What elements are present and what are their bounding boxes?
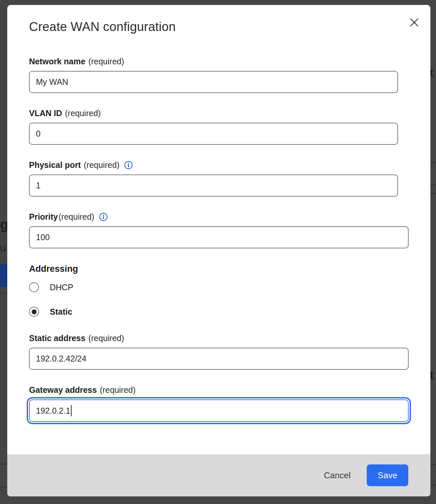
- gateway-address-input[interactable]: 192.0.2.1: [29, 399, 409, 422]
- label-text: Physical port: [29, 160, 81, 170]
- occluded-divider: [0, 464, 7, 464]
- occluded-divider: [430, 464, 436, 465]
- priority-input[interactable]: [29, 226, 409, 248]
- vlan-id-label: VLAN ID (required): [29, 108, 409, 119]
- info-icon[interactable]: [99, 212, 108, 221]
- gateway-address-label: Gateway address (required): [29, 384, 409, 395]
- physical-port-label: Physical port (required): [29, 159, 409, 171]
- occluded-page-text: g: [0, 218, 7, 236]
- vlan-id-field-group: VLAN ID (required): [29, 108, 409, 145]
- radio-label: Static: [50, 307, 72, 317]
- required-text: (required): [88, 57, 124, 66]
- static-address-field-group: Static address (required): [29, 332, 409, 370]
- occluded-page-text: t l: [430, 68, 436, 79]
- radio-selected-icon[interactable]: [29, 307, 39, 317]
- required-text: (required): [88, 333, 124, 343]
- radio-unselected-icon[interactable]: [29, 282, 39, 292]
- required-text: (required): [100, 385, 136, 395]
- static-address-input[interactable]: [29, 348, 409, 370]
- network-name-label: Network name (required): [29, 56, 409, 67]
- cancel-button[interactable]: Cancel: [324, 470, 351, 481]
- occluded-page-text: u: [0, 242, 7, 254]
- addressing-heading: Addressing: [29, 263, 409, 275]
- static-address-label: Static address (required): [29, 332, 409, 344]
- text-cursor: [71, 405, 72, 416]
- occluded-divider: [0, 487, 7, 488]
- label-text: Static address: [29, 333, 85, 343]
- info-icon[interactable]: [124, 161, 133, 170]
- required-text: (required): [59, 212, 94, 222]
- occluded-divider: [430, 185, 436, 185]
- save-button[interactable]: Save: [367, 464, 408, 486]
- network-name-input[interactable]: [29, 71, 398, 93]
- occluded-divider: [430, 485, 436, 486]
- label-text: Gateway address: [29, 385, 97, 395]
- gateway-address-field-group: Gateway address (required) 192.0.2.1: [29, 384, 409, 422]
- dialog-footer: Cancel Save: [7, 454, 430, 496]
- occluded-divider: [430, 193, 436, 194]
- priority-label: Priority (required): [29, 211, 409, 222]
- occluded-blue-button: [0, 264, 7, 287]
- label-text: VLAN ID: [29, 109, 62, 118]
- physical-port-input[interactable]: [29, 174, 398, 197]
- physical-port-field-group: Physical port (required): [29, 159, 409, 197]
- network-name-field-group: Network name (required): [29, 56, 409, 93]
- dialog-title: Create WAN configuration: [29, 19, 409, 35]
- required-text: (required): [84, 160, 119, 170]
- occluded-divider: [430, 162, 436, 163]
- radio-label: DHCP: [50, 283, 73, 292]
- occluded-page-text: t: [430, 369, 436, 383]
- addressing-option-dhcp[interactable]: DHCP: [29, 282, 409, 293]
- addressing-option-static[interactable]: Static: [29, 306, 409, 317]
- create-wan-dialog: Create WAN configuration Network name (r…: [7, 5, 430, 496]
- label-text: Priority: [29, 212, 58, 222]
- gateway-address-value: 192.0.2.1: [36, 406, 70, 416]
- vlan-id-input[interactable]: [29, 123, 398, 145]
- required-text: (required): [65, 109, 101, 118]
- priority-field-group: Priority (required): [29, 211, 409, 248]
- occluded-divider: [0, 293, 7, 294]
- label-text: Network name: [29, 57, 85, 66]
